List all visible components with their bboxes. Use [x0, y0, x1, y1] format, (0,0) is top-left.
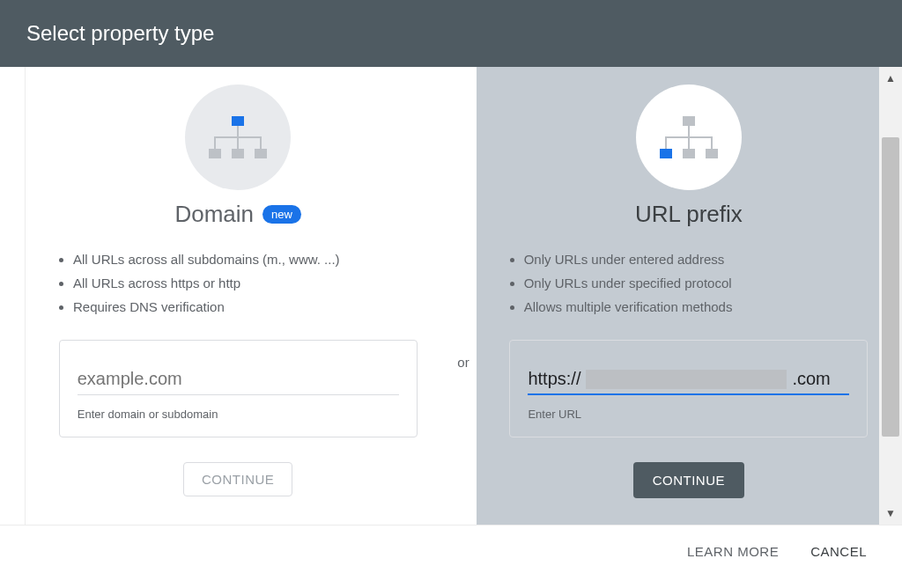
domain-bullet: Requires DNS verification — [73, 295, 441, 319]
domain-continue-button[interactable]: CONTINUE — [183, 462, 292, 496]
svg-rect-4 — [683, 116, 695, 126]
url-title: URL prefix — [635, 201, 743, 228]
dialog-title: Select property type — [26, 21, 214, 45]
domain-bullet: All URLs across all subdomains (m., www.… — [73, 247, 441, 271]
dialog-footer: LEARN MORE CANCEL — [0, 525, 902, 577]
url-icon-circle — [636, 85, 742, 190]
url-value-suffix: .com — [792, 369, 830, 389]
domain-bullet: All URLs across https or http — [73, 271, 441, 295]
url-value-prefix: https:// — [528, 369, 580, 389]
svg-rect-3 — [255, 149, 267, 158]
vertical-scrollbar[interactable]: ▲ ▼ — [879, 67, 902, 525]
cards-wrap: Domain new All URLs across all subdomain… — [25, 67, 902, 525]
url-title-row: URL prefix — [635, 201, 743, 228]
svg-rect-6 — [683, 149, 695, 158]
domain-title-row: Domain new — [174, 201, 300, 228]
domain-bullets: All URLs across all subdomains (m., www.… — [34, 247, 441, 319]
domain-input[interactable] — [78, 365, 399, 395]
dialog-header: Select property type — [0, 0, 902, 67]
dialog-body: Domain new All URLs across all subdomain… — [0, 67, 902, 525]
url-bullet: Only URLs under entered address — [524, 247, 892, 271]
url-prefix-card[interactable]: URL prefix Only URLs under entered addre… — [477, 67, 901, 525]
sitemap-icon — [658, 114, 720, 160]
svg-rect-7 — [706, 149, 718, 158]
or-separator: or — [450, 355, 476, 370]
cancel-button[interactable]: CANCEL — [810, 544, 867, 559]
domain-icon-circle — [185, 85, 291, 190]
domain-helper: Enter domain or subdomain — [78, 408, 399, 421]
scroll-up-icon[interactable]: ▲ — [879, 67, 902, 90]
domain-card[interactable]: Domain new All URLs across all subdomain… — [26, 67, 450, 525]
url-input-box: https:// .com Enter URL — [509, 340, 868, 437]
new-badge: new — [262, 205, 301, 224]
scroll-thumb[interactable] — [882, 137, 899, 437]
url-bullets: Only URLs under entered address Only URL… — [485, 247, 892, 319]
url-bullet: Allows multiple verification methods — [524, 295, 892, 319]
url-input[interactable]: https:// .com — [528, 365, 849, 395]
url-continue-button[interactable]: CONTINUE — [633, 462, 744, 498]
domain-title: Domain — [174, 201, 254, 228]
svg-rect-5 — [660, 149, 672, 158]
url-helper: Enter URL — [528, 408, 849, 421]
svg-rect-2 — [232, 149, 244, 158]
redacted-segment — [586, 370, 787, 389]
learn-more-button[interactable]: LEARN MORE — [687, 544, 779, 559]
svg-rect-0 — [232, 116, 244, 126]
scroll-down-icon[interactable]: ▼ — [879, 502, 902, 525]
url-bullet: Only URLs under specified protocol — [524, 271, 892, 295]
svg-rect-1 — [209, 149, 221, 158]
domain-input-box: Enter domain or subdomain — [59, 340, 418, 437]
sitemap-icon — [207, 114, 269, 160]
